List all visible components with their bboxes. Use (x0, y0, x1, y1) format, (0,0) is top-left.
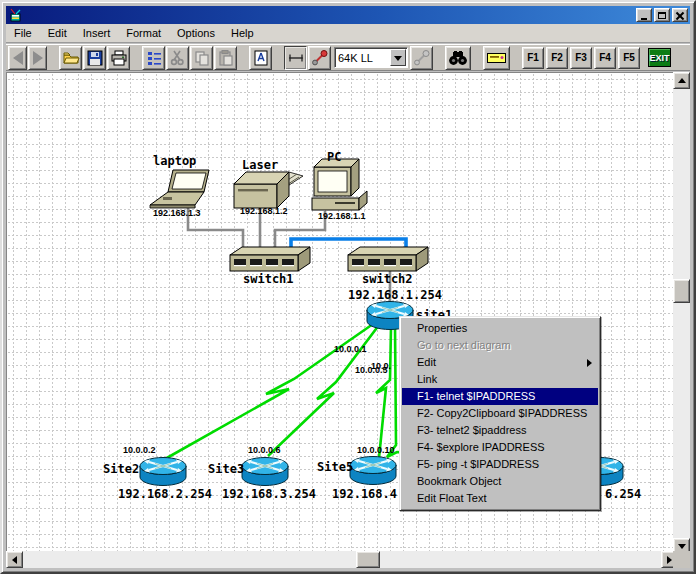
device-pc[interactable] (312, 159, 367, 210)
ip-site6[interactable]: 6.254 (605, 487, 641, 501)
f3-button[interactable]: F3 (570, 47, 592, 69)
horizontal-scroll-thumb[interactable] (356, 551, 380, 568)
label-site3[interactable]: Site3 (208, 462, 244, 476)
ctx-f3-telnet2[interactable]: F3- telnet2 $ipaddress (402, 422, 598, 439)
ctx-f4-explore[interactable]: F4- $explore IPADDRESS (402, 439, 598, 456)
f2-button[interactable]: F2 (546, 47, 568, 69)
ip-laptop[interactable]: 192.168.1.3 (153, 208, 201, 218)
f1-button[interactable]: F1 (522, 47, 544, 69)
link-label-site2-near[interactable]: 10.0.0.1 (334, 344, 367, 354)
float-text-button[interactable] (483, 46, 510, 70)
copy-button[interactable] (190, 46, 213, 70)
menu-help[interactable]: Help (223, 25, 262, 42)
ctx-edit-label: Edit (417, 356, 436, 368)
label-site2[interactable]: Site2 (103, 462, 139, 476)
close-icon (676, 12, 684, 19)
label-site5[interactable]: Site5 (317, 460, 353, 474)
forward-button[interactable] (28, 46, 47, 70)
ctx-f2-copy2clipboard[interactable]: F2- Copy2Clipboard $IPADDRESS (402, 405, 598, 422)
titlebar[interactable] (6, 6, 690, 24)
menu-insert[interactable]: Insert (75, 25, 119, 42)
properties-list-icon (145, 49, 163, 67)
link-label-site5-near[interactable]: 10.0. (371, 361, 391, 371)
scroll-down-icon (678, 544, 686, 549)
link-label-site2-far[interactable]: 10.0.0.2 (123, 445, 156, 455)
ctx-bookmark-object[interactable]: Bookmark Object (402, 473, 598, 490)
menu-options[interactable]: Options (169, 25, 223, 42)
device-router-site2[interactable] (140, 458, 186, 486)
link-label-site5-far[interactable]: 10.0.0.10 (357, 445, 395, 455)
menu-edit[interactable]: Edit (40, 25, 75, 42)
menu-file[interactable]: File (6, 25, 40, 42)
ctx-edit[interactable]: Edit (402, 354, 598, 371)
ip-laser[interactable]: 192.168.1.2 (240, 206, 288, 216)
ctx-properties[interactable]: Properties (402, 320, 598, 337)
device-router-site5[interactable] (350, 457, 396, 485)
scroll-up-button[interactable] (673, 72, 690, 89)
back-icon (13, 51, 23, 65)
draw-line-tool-button[interactable] (284, 46, 307, 70)
close-button[interactable] (672, 8, 688, 22)
line-type-combobox[interactable]: 64K LL (334, 47, 408, 68)
f4-button[interactable]: F4 (594, 47, 616, 69)
horizontal-scrollbar[interactable] (6, 551, 678, 568)
device-laptop[interactable] (150, 170, 209, 208)
label-laptop[interactable]: laptop (153, 154, 196, 168)
minimize-button[interactable] (636, 8, 652, 22)
submenu-arrow-icon (587, 359, 592, 367)
ctx-go-to-next-diagram: Go to next diagram (402, 337, 598, 354)
add-link-tool-icon (311, 49, 329, 67)
properties-list-button[interactable] (142, 46, 165, 70)
app-window: File Edit Insert Format Options Help (0, 0, 696, 574)
f5-button[interactable]: F5 (618, 47, 640, 69)
ctx-f5-ping[interactable]: F5- ping -t $IPADDRESS (402, 456, 598, 473)
device-switch1[interactable] (230, 247, 310, 271)
maximize-button[interactable] (654, 8, 670, 22)
paste-button[interactable] (214, 46, 237, 70)
vertical-scroll-thumb[interactable] (673, 279, 690, 303)
scroll-left-icon (12, 556, 17, 564)
back-button[interactable] (8, 46, 27, 70)
add-link-tool-button[interactable] (308, 46, 331, 70)
ip-site5[interactable]: 192.168.4 (332, 487, 397, 501)
device-laser-printer[interactable] (234, 172, 303, 208)
ip-pc[interactable]: 192.168.1.1 (318, 211, 366, 221)
vertical-scrollbar[interactable] (673, 72, 690, 555)
label-switch2[interactable]: switch2 (362, 272, 413, 286)
line-type-value: 64K LL (335, 52, 390, 64)
add-text-button[interactable] (249, 46, 272, 70)
find-binoculars-icon (448, 50, 468, 66)
toolbar: 64K LL (6, 44, 690, 71)
ip-site3[interactable]: 192.168.3.254 (222, 487, 316, 501)
link-label-site3-far[interactable]: 10.0.0.6 (248, 445, 281, 455)
ip-site1[interactable]: 192.168.1.254 (348, 288, 442, 302)
exit-button[interactable]: EXIT (648, 48, 671, 67)
scroll-up-icon (678, 78, 686, 83)
label-pc[interactable]: PC (327, 150, 341, 164)
link-site1-site5[interactable] (376, 327, 391, 458)
combo-dropdown-button[interactable] (390, 49, 406, 66)
link-disabled-button[interactable] (410, 46, 433, 70)
forward-icon (33, 51, 43, 65)
menu-format[interactable]: Format (118, 25, 169, 42)
scroll-right-icon (667, 556, 672, 564)
device-switch2[interactable] (348, 247, 428, 271)
save-button[interactable] (83, 46, 106, 70)
scroll-left-button[interactable] (6, 551, 23, 568)
find-button[interactable] (445, 46, 471, 70)
ctx-f1-telnet[interactable]: F1- telnet $IPADDRESS (402, 388, 598, 405)
cut-button[interactable] (166, 46, 189, 70)
print-button[interactable] (107, 46, 130, 70)
open-button[interactable] (59, 46, 82, 70)
ctx-edit-float-text[interactable]: Edit Float Text (402, 490, 598, 507)
copy-icon (193, 49, 211, 67)
open-folder-icon (62, 49, 80, 67)
device-router-site3[interactable] (242, 458, 288, 486)
ctx-link[interactable]: Link (402, 371, 598, 388)
ip-site2[interactable]: 192.168.2.254 (118, 487, 212, 501)
label-switch1[interactable]: switch1 (243, 272, 294, 286)
float-text-icon (486, 50, 507, 66)
maximize-icon (658, 12, 666, 19)
minimize-icon (641, 18, 647, 20)
label-laser[interactable]: Laser (242, 158, 278, 172)
